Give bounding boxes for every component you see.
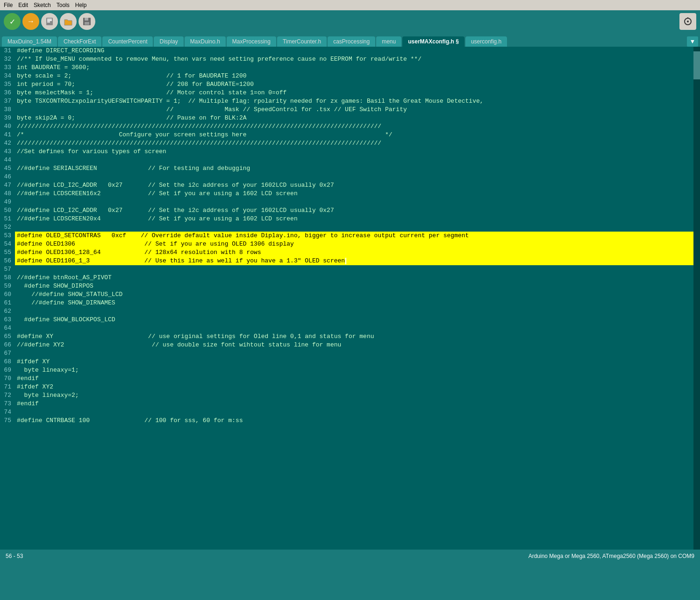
scrollbar[interactable] bbox=[693, 47, 700, 550]
code-line-69: 69 byte lineaxy=1; bbox=[0, 366, 700, 374]
code-line-46: 46 bbox=[0, 173, 700, 181]
code-line-41: 41/* Configure your screen settings here… bbox=[0, 131, 700, 139]
bottom-area bbox=[0, 563, 700, 600]
editor-content: 31#define DIRECT_RECORDING32//** If Use_… bbox=[0, 47, 700, 425]
svg-rect-2 bbox=[47, 20, 52, 21]
tabs: MaxDuino_1.54M CheckForExt CounterPercen… bbox=[0, 33, 700, 47]
code-line-50: 50//#define LCD_I2C_ADDR 0x27 // Set the… bbox=[0, 206, 700, 215]
svg-rect-6 bbox=[85, 22, 89, 25]
svg-rect-3 bbox=[47, 21, 50, 22]
tab-menu[interactable]: menu bbox=[376, 36, 401, 47]
code-line-62: 62 bbox=[0, 307, 700, 316]
tab-usermaxconfig[interactable]: userMAXconfig.h § bbox=[402, 36, 464, 47]
code-line-31: 31#define DIRECT_RECORDING bbox=[0, 47, 700, 55]
toolbar: ✓ → bbox=[0, 10, 700, 33]
code-line-39: 39byte skip2A = 0; // Pause on for BLK:2… bbox=[0, 114, 700, 122]
cursor-position: 56 - 53 bbox=[6, 553, 23, 559]
tabs-dropdown[interactable]: ▼ bbox=[687, 36, 698, 47]
menu-bar: File Edit Sketch Tools Help bbox=[0, 0, 700, 10]
serial-monitor-button[interactable] bbox=[679, 13, 696, 30]
code-line-42: 42//////////////////////////////////////… bbox=[0, 139, 700, 148]
tab-display[interactable]: Display bbox=[154, 36, 183, 47]
code-line-75: 75#define CNTRBASE 100 // 100 for sss, 6… bbox=[0, 416, 700, 425]
menu-sketch[interactable]: Sketch bbox=[34, 2, 51, 8]
svg-point-8 bbox=[687, 21, 689, 22]
code-line-70: 70#endif bbox=[0, 374, 700, 383]
code-line-64: 64 bbox=[0, 324, 700, 332]
code-line-63: 63 #define SHOW_BLOCKPOS_LCD bbox=[0, 316, 700, 324]
code-line-57: 57 bbox=[0, 265, 700, 274]
code-line-66: 66//#define XY2 // use double size font … bbox=[0, 341, 700, 349]
code-line-58: 58//#define btnRoot_AS_PIVOT bbox=[0, 274, 700, 282]
code-line-44: 44 bbox=[0, 156, 700, 164]
code-line-72: 72 byte lineaxy=2; bbox=[0, 391, 700, 400]
code-line-45: 45//#define SERIALSCREEN // For testing … bbox=[0, 164, 700, 173]
code-line-61: 61 //#define SHOW_DIRNAMES bbox=[0, 299, 700, 307]
code-line-52: 52 bbox=[0, 223, 700, 232]
code-line-65: 65#define XY // use original settings fo… bbox=[0, 332, 700, 341]
code-line-74: 74 bbox=[0, 408, 700, 416]
code-line-32: 32//** If Use_MENU commented to remove M… bbox=[0, 55, 700, 64]
verify-button[interactable]: ✓ bbox=[4, 13, 21, 30]
code-line-68: 68#ifdef XY bbox=[0, 358, 700, 366]
code-line-40: 40//////////////////////////////////////… bbox=[0, 122, 700, 131]
code-line-38: 38 // Mask // SpeedControl for .tsx // U… bbox=[0, 106, 700, 114]
editor: 31#define DIRECT_RECORDING32//** If Use_… bbox=[0, 47, 700, 550]
code-line-51: 51//#define LCDSCREEN20x4 // Set if you … bbox=[0, 215, 700, 223]
code-line-47: 47//#define LCD_I2C_ADDR 0x27 // Set the… bbox=[0, 181, 700, 190]
menu-edit[interactable]: Edit bbox=[18, 2, 28, 8]
menu-tools[interactable]: Tools bbox=[57, 2, 70, 8]
tab-maxduino[interactable]: MaxDuino_1.54M bbox=[2, 36, 57, 47]
tab-timercounter[interactable]: TimerCounter.h bbox=[277, 36, 327, 47]
save-button[interactable] bbox=[79, 13, 95, 30]
code-line-37: 37byte TSXCONTROLzxpolarityUEFSWITCHPARI… bbox=[0, 97, 700, 106]
code-line-35: 35int period = 70; // 208 for BAUDRATE=1… bbox=[0, 80, 700, 89]
code-line-36: 36byte mselectMask = 1; // Motor control… bbox=[0, 89, 700, 97]
tab-casprocessing[interactable]: casProcessing bbox=[328, 36, 375, 47]
code-line-33: 33int BAUDRATE = 3600; bbox=[0, 64, 700, 72]
code-line-59: 59 #define SHOW_DIRPOS bbox=[0, 282, 700, 290]
tab-maxprocessing[interactable]: MaxProcessing bbox=[227, 36, 276, 47]
upload-button[interactable]: → bbox=[22, 13, 39, 30]
text-cursor bbox=[345, 258, 346, 264]
code-line-60: 60 //#define SHOW_STATUS_LCD bbox=[0, 290, 700, 299]
code-line-71: 71#ifdef XY2 bbox=[0, 383, 700, 391]
status-bar: 56 - 53 Arduino Mega or Mega 2560, ATmeg… bbox=[0, 550, 700, 563]
tab-counterpercent[interactable]: CounterPercent bbox=[102, 36, 153, 47]
menu-help[interactable]: Help bbox=[75, 2, 87, 8]
code-line-55: 55#define OLED1306_128_64 // 128x64 reso… bbox=[0, 248, 700, 257]
code-line-54: 54#define OLED1306 // Set if you are usi… bbox=[0, 240, 700, 248]
new-button[interactable] bbox=[41, 13, 58, 30]
tab-userconfig[interactable]: userconfig.h bbox=[465, 36, 507, 47]
code-line-67: 67 bbox=[0, 349, 700, 358]
board-info: Arduino Mega or Mega 2560, ATmega2560 (M… bbox=[529, 553, 694, 559]
svg-rect-1 bbox=[47, 19, 52, 20]
code-line-43: 43//Set defines for various types of scr… bbox=[0, 148, 700, 156]
code-line-49: 49 bbox=[0, 198, 700, 206]
code-line-56: 56#define OLED1106_1_3 // Use this line … bbox=[0, 257, 700, 265]
code-line-48: 48//#define LCDSCREEN16x2 // Set if you … bbox=[0, 190, 700, 198]
code-line-53: 53#define OLED_SETCONTRAS 0xcf // Overri… bbox=[0, 232, 700, 240]
tab-maxduino-h[interactable]: MaxDuino.h bbox=[185, 36, 226, 47]
svg-rect-5 bbox=[85, 18, 88, 21]
scrollbar-thumb[interactable] bbox=[693, 51, 700, 79]
code-line-73: 73#endif bbox=[0, 400, 700, 408]
tab-checkforext[interactable]: CheckForExt bbox=[58, 36, 101, 47]
code-line-34: 34byte scale = 2; // 1 for BAUDRATE 1200 bbox=[0, 72, 700, 80]
menu-file[interactable]: File bbox=[4, 2, 13, 8]
open-button[interactable] bbox=[60, 13, 77, 30]
